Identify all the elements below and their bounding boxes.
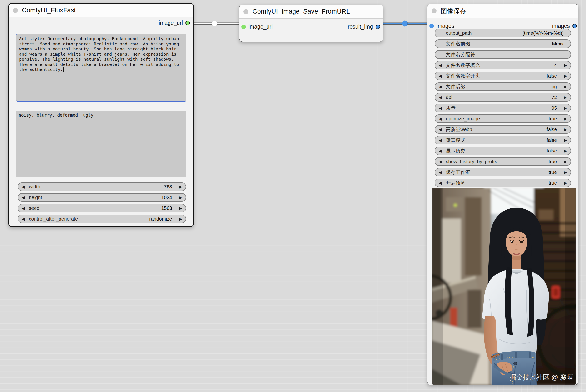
increment-arrow-icon[interactable] (560, 149, 567, 153)
decrement-arrow-icon[interactable] (22, 217, 29, 221)
widget-optimize-image[interactable]: optimize_image true (435, 114, 571, 123)
input-port-images[interactable] (429, 24, 434, 28)
input-slot-label: image_url (249, 24, 273, 30)
output-slot-result-img: result_img (348, 24, 380, 30)
decrement-arrow-icon[interactable] (439, 95, 446, 100)
increment-arrow-icon[interactable] (560, 106, 567, 110)
collapse-dot-icon[interactable] (13, 8, 18, 13)
decrement-arrow-icon[interactable] (439, 127, 446, 132)
increment-arrow-icon[interactable] (560, 181, 567, 185)
decrement-arrow-icon[interactable] (439, 74, 446, 78)
widget-filename-number-padding[interactable]: 文件名数字填充 4 (435, 61, 571, 70)
text-cursor (63, 67, 64, 72)
node-fluxfast[interactable]: ComfyUI_FluxFast image_url Art style: Do… (8, 3, 194, 227)
widget-save-workflow[interactable]: 保存工作流 true (435, 168, 571, 176)
output-slot-label: result_img (348, 24, 373, 30)
node-image-save-fromurl[interactable]: ComfyUI_Image_Save_FromURL image_url res… (239, 4, 383, 42)
increment-arrow-icon[interactable] (560, 84, 567, 89)
widget-filename-delimiter[interactable]: 文件名分隔符 _ (435, 50, 571, 59)
input-port-image-url[interactable] (241, 24, 246, 29)
positive-prompt-text: Art style: Documentary photography. Back… (19, 36, 182, 72)
output-slot-images: images (552, 23, 577, 29)
increment-arrow-icon[interactable] (175, 206, 182, 210)
widget-filename-number-start[interactable]: 文件名数字开头 false (435, 72, 571, 80)
watermark-text: 掘金技术社区 @ 襄垣 (509, 374, 573, 381)
widget-file-extension[interactable]: 文件后缀 jpg (435, 82, 571, 91)
node-graph-canvas[interactable]: ComfyUI_FluxFast image_url Art style: Do… (0, 0, 586, 392)
positive-prompt-textarea[interactable]: Art style: Documentary photography. Back… (16, 34, 186, 102)
decrement-arrow-icon[interactable] (439, 106, 446, 110)
wire-midpoint-dot-white[interactable] (212, 21, 217, 26)
increment-arrow-icon[interactable] (175, 184, 182, 189)
decrement-arrow-icon[interactable] (439, 138, 446, 142)
widget-dpi[interactable]: dpi 72 (435, 93, 571, 102)
output-port-image-url[interactable] (185, 21, 190, 25)
negative-prompt-text: noisy, blurry, deformed, ugly (19, 112, 93, 118)
increment-arrow-icon[interactable] (560, 63, 567, 68)
node-image-save[interactable]: 图像保存 images images output_path [time(%Y-… (427, 4, 578, 385)
output-slot-label: images (552, 23, 570, 29)
collapse-dot-icon[interactable] (244, 9, 249, 14)
widget-overwrite-mode[interactable]: 覆盖模式 false (435, 136, 571, 144)
node-title: 图像保存 (441, 7, 466, 15)
increment-arrow-icon[interactable] (175, 195, 182, 200)
widget-height[interactable]: height 1024 (18, 193, 186, 202)
widget-show-history[interactable]: 显示历史 false (435, 146, 571, 155)
widget-control-after-generate[interactable]: control_after_generate randomize (18, 214, 186, 223)
widget-width[interactable]: width 768 (18, 182, 186, 191)
input-slot-image-url: image_url (241, 24, 273, 30)
image-save-widgets: output_path [time(%Y-%m-%d)] 文件名前缀 Mexx … (435, 29, 571, 187)
decrement-arrow-icon[interactable] (439, 84, 446, 89)
output-slot-label: image_url (159, 20, 183, 26)
node-header[interactable]: ComfyUI_Image_Save_FromURL (239, 5, 383, 18)
increment-arrow-icon[interactable] (560, 159, 567, 164)
widget-quality[interactable]: 质量 95 (435, 104, 571, 112)
collapse-dot-icon[interactable] (431, 8, 436, 13)
widget-seed[interactable]: seed 1563 (18, 204, 186, 212)
input-slot-label: images (436, 23, 454, 29)
decrement-arrow-icon[interactable] (439, 159, 446, 164)
increment-arrow-icon[interactable] (560, 127, 567, 132)
decrement-arrow-icon[interactable] (439, 149, 446, 153)
decrement-arrow-icon[interactable] (22, 206, 29, 210)
node-fluxfast-header[interactable]: ComfyUI_FluxFast (9, 4, 193, 17)
preview-illustration: 掘金技术社区 @ 襄垣 (431, 188, 576, 385)
decrement-arrow-icon[interactable] (22, 184, 29, 189)
widget-hq-webp[interactable]: 高质量webp false (435, 125, 571, 134)
node-header[interactable]: 图像保存 (427, 4, 578, 18)
output-slot-image-url: image_url (159, 20, 190, 26)
output-port-result-img[interactable] (376, 24, 380, 29)
widget-enable-preview[interactable]: 开启预览 true (435, 179, 571, 187)
negative-prompt-textarea[interactable]: noisy, blurry, deformed, ugly (16, 110, 186, 177)
decrement-arrow-icon[interactable] (439, 170, 446, 174)
increment-arrow-icon[interactable] (560, 95, 567, 100)
decrement-arrow-icon[interactable] (439, 181, 446, 185)
input-slot-images: images (429, 23, 454, 29)
node-title: ComfyUI_Image_Save_FromURL (253, 8, 350, 15)
widget-filename-prefix[interactable]: 文件名前缀 Mexx (435, 40, 571, 48)
node-title: ComfyUI_FluxFast (22, 7, 76, 14)
increment-arrow-icon[interactable] (560, 74, 567, 78)
wire-midpoint-dot-blue[interactable] (402, 21, 408, 26)
widget-show-history-by-prefix[interactable]: show_history_by_prefix true (435, 157, 571, 166)
increment-arrow-icon[interactable] (560, 170, 567, 174)
increment-arrow-icon[interactable] (175, 217, 182, 221)
preview-image: 掘金技术社区 @ 襄垣 (431, 188, 576, 385)
fluxfast-widgets: width 768 height 1024 seed 1563 control_… (18, 182, 186, 223)
widget-output-path[interactable]: output_path [time(%Y-%m-%d)] (435, 29, 571, 37)
increment-arrow-icon[interactable] (560, 138, 567, 142)
increment-arrow-icon[interactable] (560, 116, 567, 121)
decrement-arrow-icon[interactable] (439, 63, 446, 68)
output-port-images[interactable] (572, 24, 577, 28)
decrement-arrow-icon[interactable] (22, 195, 29, 200)
decrement-arrow-icon[interactable] (439, 116, 446, 121)
